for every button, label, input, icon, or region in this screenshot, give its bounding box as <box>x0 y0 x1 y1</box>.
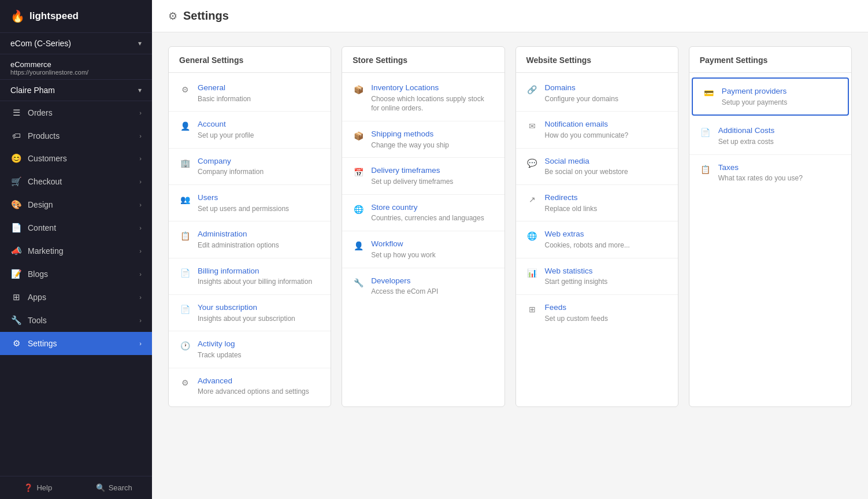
settings-item-additional-costs[interactable]: 📄 Additional Costs Set up extra costs <box>689 118 851 154</box>
customers-nav-icon: 😊 <box>10 153 22 164</box>
settings-item-web-extras[interactable]: 🌐 Web extras Cookies, robots and more... <box>516 221 678 258</box>
general-settings-card: General Settings ⚙ General Basic informa… <box>168 46 331 407</box>
additional-costs-desc: Set up extra costs <box>718 137 841 147</box>
settings-item-billing[interactable]: 📄 Billing information Insights about you… <box>169 258 331 295</box>
social-desc: Be social on your webstore <box>545 167 667 177</box>
general-icon: ⚙ <box>179 84 191 95</box>
sidebar-item-customers[interactable]: 😊 Customers › <box>0 147 152 170</box>
logo-area[interactable]: 🔥 lightspeed <box>0 0 152 33</box>
help-button[interactable]: ❓ Help <box>0 476 76 499</box>
sidebar-item-settings[interactable]: ⚙ Settings › <box>0 332 152 355</box>
user-chevron-icon: ▾ <box>138 86 142 94</box>
general-settings-header: General Settings <box>169 47 331 73</box>
payment-settings-items: 💳 Payment providers Setup your payments … <box>689 73 851 193</box>
users-icon: 👥 <box>179 194 191 205</box>
settings-item-shipping[interactable]: 📦 Shipping methods Change the way you sh… <box>342 121 504 158</box>
developers-title: Developers <box>371 276 494 286</box>
subscription-title: Your subscription <box>198 302 320 313</box>
website-settings-header: Website Settings <box>516 47 678 73</box>
shipping-title: Shipping methods <box>371 129 494 139</box>
general-settings-title: General Settings <box>179 56 243 65</box>
settings-item-domains[interactable]: 🔗 Domains Configure your domains <box>516 75 678 112</box>
domains-icon: 🔗 <box>526 84 538 95</box>
apps-nav-label: Apps <box>28 293 46 302</box>
sidebar-item-blogs[interactable]: 📝 Blogs › <box>0 263 152 286</box>
store-settings-title: Store Settings <box>353 56 407 65</box>
page-header: ⚙ Settings <box>152 0 868 32</box>
billing-title: Billing information <box>198 266 320 276</box>
settings-item-inventory[interactable]: 📦 Inventory Locations Choose which locat… <box>342 75 504 121</box>
marketing-nav-label: Marketing <box>28 246 63 256</box>
settings-item-delivery[interactable]: 📅 Delivery timeframes Set up delivery ti… <box>342 158 504 194</box>
settings-item-account[interactable]: 👤 Account Set up your profile <box>169 112 331 148</box>
sidebar-item-design[interactable]: 🎨 Design › <box>0 193 152 216</box>
settings-item-advanced[interactable]: ⚙ Advanced More advanced options and set… <box>169 368 331 404</box>
sidebar: 🔥 lightspeed eCom (C-Series) ▾ eCommerce… <box>0 0 152 499</box>
settings-item-subscription[interactable]: 📄 Your subscription Insights about your … <box>169 295 331 331</box>
web-extras-title: Web extras <box>545 229 667 239</box>
settings-item-feeds[interactable]: ⊞ Feeds Set up custom feeds <box>516 295 678 331</box>
web-stats-icon: 📊 <box>526 267 538 279</box>
sidebar-item-marketing[interactable]: 📣 Marketing › <box>0 239 152 263</box>
apps-nav-arrow: › <box>139 294 142 301</box>
sidebar-item-tools[interactable]: 🔧 Tools › <box>0 309 152 332</box>
store-country-icon: 🌐 <box>353 204 364 215</box>
domains-desc: Configure your domains <box>545 94 667 104</box>
settings-item-activity[interactable]: 🕐 Activity log Track updates <box>169 331 331 368</box>
payment-providers-icon: 💳 <box>703 87 715 99</box>
company-title: Company <box>198 156 320 167</box>
sidebar-item-orders[interactable]: ☰ Orders › <box>0 101 152 124</box>
settings-nav-icon: ⚙ <box>10 338 22 349</box>
apps-nav-icon: ⊞ <box>10 292 22 302</box>
settings-item-store-country[interactable]: 🌐 Store country Countries, currencies an… <box>342 195 504 231</box>
general-desc: Basic information <box>198 94 320 104</box>
store-settings-items: 📦 Inventory Locations Choose which locat… <box>342 73 504 306</box>
settings-item-developers[interactable]: 🔧 Developers Access the eCom API <box>342 268 504 304</box>
subscription-icon: 📄 <box>179 304 191 315</box>
web-stats-title: Web statistics <box>545 266 667 276</box>
settings-item-notification[interactable]: ✉ Notification emails How do you communi… <box>516 112 678 148</box>
settings-item-users[interactable]: 👥 Users Set up users and permissions <box>169 185 331 221</box>
settings-item-company[interactable]: 🏢 Company Company information <box>169 149 331 185</box>
sidebar-item-checkout[interactable]: 🛒 Checkout › <box>0 170 152 193</box>
settings-nav-arrow: › <box>139 340 142 347</box>
store-info: eCommerce https://youronlinestore.com/ <box>0 54 152 80</box>
content-nav-arrow: › <box>139 224 142 231</box>
products-nav-label: Products <box>28 131 60 141</box>
content-nav-icon: 📄 <box>10 223 22 233</box>
sidebar-item-content[interactable]: 📄 Content › <box>0 216 152 239</box>
sidebar-item-products[interactable]: 🏷 Products › <box>0 124 152 147</box>
blogs-nav-icon: 📝 <box>10 269 22 279</box>
account-title: Account <box>198 119 320 130</box>
company-desc: Company information <box>198 167 320 177</box>
help-label: Help <box>36 483 52 492</box>
settings-item-taxes[interactable]: 📋 Taxes What tax rates do you use? <box>689 155 851 191</box>
search-button[interactable]: 🔍 Search <box>76 476 153 499</box>
help-icon: ❓ <box>24 483 33 492</box>
company-icon: 🏢 <box>179 157 191 169</box>
content-nav-label: Content <box>28 223 56 232</box>
payment-settings-header: Payment Settings <box>689 47 851 73</box>
activity-desc: Track updates <box>198 350 320 360</box>
settings-item-social[interactable]: 💬 Social media Be social on your webstor… <box>516 149 678 185</box>
nav-menu: ☰ Orders › 🏷 Products › 😊 Customers › 🛒 … <box>0 101 152 355</box>
payment-providers-title: Payment providers <box>722 86 837 97</box>
settings-item-web-stats[interactable]: 📊 Web statistics Start getting insights <box>516 258 678 295</box>
settings-item-administration[interactable]: 📋 Administration Edit administration opt… <box>169 221 331 258</box>
payment-providers-desc: Setup your payments <box>722 98 837 108</box>
sidebar-item-apps[interactable]: ⊞ Apps › <box>0 286 152 309</box>
chevron-down-icon: ▾ <box>138 39 142 47</box>
settings-item-redirects[interactable]: ↗ Redirects Replace old links <box>516 185 678 221</box>
settings-item-general[interactable]: ⚙ General Basic information <box>169 75 331 112</box>
notification-icon: ✉ <box>526 120 538 132</box>
settings-item-payment-providers[interactable]: 💳 Payment providers Setup your payments <box>692 77 849 116</box>
shipping-icon: 📦 <box>353 130 364 142</box>
feeds-desc: Set up custom feeds <box>545 314 667 324</box>
administration-icon: 📋 <box>179 230 191 242</box>
user-selector[interactable]: Claire Pham ▾ <box>0 80 152 101</box>
blogs-nav-label: Blogs <box>28 269 48 279</box>
workflow-icon: 👤 <box>353 240 364 252</box>
store-selector[interactable]: eCom (C-Series) ▾ <box>0 33 152 54</box>
settings-item-workflow[interactable]: 👤 Workflow Set up how you work <box>342 231 504 268</box>
settings-grid: General Settings ⚙ General Basic informa… <box>152 32 868 421</box>
